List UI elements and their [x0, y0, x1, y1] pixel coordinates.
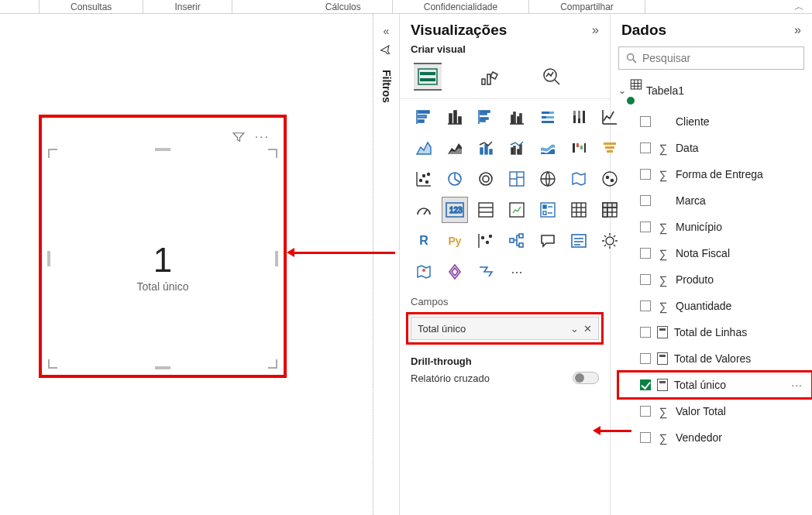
ribbon-group-consultas[interactable]: Consultas — [39, 0, 143, 13]
build-visual-tab[interactable] — [414, 63, 442, 91]
remove-field-icon[interactable]: ✕ — [583, 323, 592, 335]
field-name: Total único — [674, 379, 726, 391]
field-checkbox[interactable] — [640, 142, 651, 153]
ribbon-group-compartilhar[interactable]: Compartilhar — [529, 0, 645, 13]
hundred-stacked-bar-icon[interactable] — [535, 104, 561, 130]
svg-rect-37 — [480, 148, 483, 154]
field-checkbox[interactable] — [640, 327, 651, 338]
chevron-down-icon[interactable]: ⌄ — [570, 323, 579, 335]
scatter-chart-icon[interactable] — [411, 166, 437, 192]
smart-narrative-icon[interactable] — [566, 228, 592, 254]
field-checkbox[interactable] — [640, 195, 651, 206]
field-checkbox[interactable] — [640, 221, 651, 232]
expand-left-icon[interactable]: « — [384, 25, 390, 37]
clustered-bar-chart-icon[interactable] — [473, 104, 499, 130]
multi-row-card-icon[interactable] — [473, 197, 499, 223]
ribbon-group-inserir[interactable]: Inserir — [143, 0, 232, 13]
qa-visual-icon[interactable] — [535, 228, 561, 254]
field-row[interactable]: Cliente — [618, 108, 812, 135]
field-more-icon[interactable]: ··· — [791, 379, 803, 391]
expand-right-icon[interactable]: » — [794, 23, 801, 37]
ribbon-group-calculos[interactable]: Cálculos — [294, 0, 393, 13]
field-row[interactable]: Marca — [618, 187, 812, 214]
field-row[interactable]: Total único··· — [618, 372, 812, 398]
resize-handle[interactable] — [48, 359, 57, 369]
r-visual-icon[interactable]: R — [411, 228, 437, 254]
decomposition-tree-icon[interactable] — [504, 228, 530, 254]
donut-chart-icon[interactable] — [473, 166, 499, 192]
field-row[interactable]: ∑Vendedor — [618, 424, 812, 451]
svg-rect-47 — [584, 143, 586, 153]
field-row[interactable]: ∑Valor Total — [618, 398, 812, 424]
filled-map-icon[interactable] — [566, 166, 592, 192]
more-visuals-icon[interactable]: ··· — [504, 259, 530, 285]
field-checkbox[interactable] — [640, 116, 651, 127]
field-row[interactable]: Total de Valores — [618, 345, 812, 372]
expand-right-icon[interactable]: » — [592, 23, 599, 37]
ribbon-label: Confidencialidade — [424, 2, 497, 12]
svg-rect-40 — [511, 148, 513, 154]
fields-list: Cliente∑Data∑Forma de Entrega Marca∑Muni… — [611, 108, 812, 451]
ribbon-group-confidencialidade[interactable]: Confidencialidade — [393, 0, 529, 13]
resize-handle[interactable] — [268, 359, 277, 369]
field-checkbox[interactable] — [640, 406, 651, 417]
field-checkbox[interactable] — [640, 248, 651, 259]
ribbon-chart-icon[interactable] — [535, 135, 561, 161]
ribbon-collapse-icon[interactable]: ︿ — [794, 0, 804, 14]
kpi-icon[interactable] — [504, 197, 530, 223]
card-visual-icon[interactable]: 123 — [442, 197, 468, 223]
visualization-picker: 123 R Py ··· — [400, 98, 610, 293]
field-checkbox[interactable] — [640, 169, 651, 180]
key-influencers-icon[interactable] — [473, 228, 499, 254]
resize-handle[interactable] — [268, 149, 277, 158]
slicer-icon[interactable] — [535, 197, 561, 223]
field-checkbox[interactable] — [640, 300, 651, 311]
power-apps-icon[interactable] — [442, 259, 468, 285]
filter-icon[interactable] — [232, 130, 246, 144]
svg-rect-42 — [518, 149, 519, 154]
field-row[interactable]: ∑Produto — [618, 266, 812, 293]
report-canvas[interactable]: ··· 1 Total único — [0, 14, 373, 515]
stacked-bar-chart-icon[interactable] — [411, 104, 437, 130]
waterfall-chart-icon[interactable] — [566, 135, 592, 161]
field-row[interactable]: Total de Linhas — [618, 319, 812, 345]
field-well[interactable]: Total único ⌄ ✕ — [411, 317, 599, 340]
resize-handle[interactable] — [48, 149, 57, 158]
map-icon[interactable] — [535, 166, 561, 192]
card-visual[interactable]: ··· 1 Total único — [48, 124, 277, 369]
svg-rect-21 — [511, 115, 513, 123]
stacked-area-chart-icon[interactable] — [442, 135, 468, 161]
area-chart-icon[interactable] — [411, 135, 437, 161]
pie-chart-icon[interactable] — [442, 166, 468, 192]
field-row[interactable]: ∑Nota Fiscal — [618, 240, 812, 266]
resize-handle[interactable] — [155, 148, 170, 151]
power-automate-icon[interactable] — [473, 259, 499, 285]
clustered-column-chart-icon[interactable] — [504, 104, 530, 130]
line-stacked-column-icon[interactable] — [473, 135, 499, 161]
sigma-icon: ∑ — [657, 221, 669, 234]
hundred-stacked-column-icon[interactable] — [566, 104, 592, 130]
line-clustered-column-icon[interactable] — [504, 135, 530, 161]
filters-pane-collapsed[interactable]: « Filtros — [373, 14, 400, 515]
field-row[interactable]: ∑Forma de Entrega — [618, 161, 812, 187]
field-row[interactable]: ∑Data — [618, 135, 812, 161]
field-checkbox[interactable] — [640, 432, 651, 443]
field-checkbox[interactable] — [640, 379, 651, 390]
gauge-icon[interactable] — [411, 197, 437, 223]
table-node[interactable]: ⌄ Tabela1 — [611, 76, 812, 108]
python-visual-icon[interactable]: Py — [442, 228, 468, 254]
field-row[interactable]: ∑Município — [618, 214, 812, 240]
arcgis-map-icon[interactable] — [411, 259, 437, 285]
treemap-icon[interactable] — [504, 166, 530, 192]
cross-report-toggle[interactable] — [573, 372, 599, 384]
more-options-icon[interactable]: ··· — [255, 130, 270, 144]
table-icon[interactable] — [566, 197, 592, 223]
analytics-tab[interactable] — [538, 63, 566, 91]
field-row[interactable]: ∑Quantidade — [618, 293, 812, 319]
field-checkbox[interactable] — [640, 274, 651, 285]
field-checkbox[interactable] — [640, 353, 651, 364]
format-visual-tab[interactable] — [476, 63, 504, 91]
stacked-column-chart-icon[interactable] — [442, 104, 468, 130]
search-input[interactable]: Pesquisar — [618, 46, 804, 70]
resize-handle[interactable] — [155, 366, 170, 369]
